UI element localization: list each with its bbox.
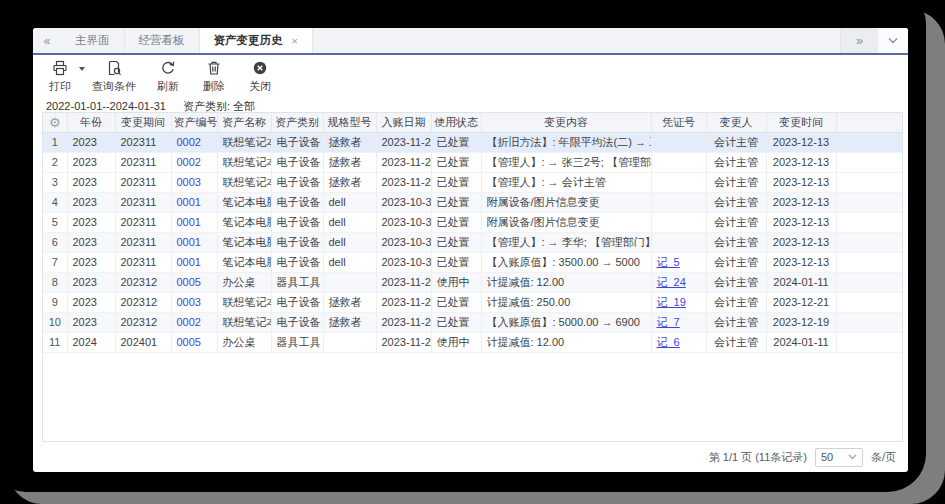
column-header-spec-model[interactable]: 规格型号 <box>323 113 376 132</box>
table-row[interactable]: 920232023120003联想笔记本电子设备拯救者2023-11-23已处置… <box>43 292 903 312</box>
cell-voucher-no <box>651 212 706 232</box>
cell-changed-by: 会计主管 <box>706 332 766 352</box>
column-header-asset-name[interactable]: 资产名称 <box>217 113 271 132</box>
cell-change-period: 202311 <box>115 132 171 152</box>
asset-no-link[interactable]: 0005 <box>177 336 201 348</box>
cell-year: 2023 <box>67 152 115 172</box>
column-header-entry-date[interactable]: 入账日期 <box>376 113 431 132</box>
cell-asset-name: 联想笔记本 <box>217 132 271 152</box>
asset-no-link[interactable]: 0002 <box>177 156 201 168</box>
page-size-select[interactable]: 50 <box>815 448 863 467</box>
cell-asset-no: 0001 <box>171 232 217 252</box>
column-header-year[interactable]: 年份 <box>67 113 115 132</box>
cell-asset-no: 0002 <box>171 312 217 332</box>
cell-change-period: 202311 <box>115 232 171 252</box>
cell-usage-status: 已处置 <box>431 212 481 232</box>
column-header-changed-by[interactable]: 变更人 <box>706 113 766 132</box>
cell-asset-category: 电子设备 <box>271 172 323 192</box>
tab-1[interactable]: 主界面 <box>61 28 125 53</box>
voucher-no-link[interactable]: 记_6 <box>657 336 680 348</box>
table-header-row: ⚙年份变更期间资产编号资产名称资产类别规格型号入账日期使用状态变更内容凭证号变更… <box>43 113 903 132</box>
column-header-change-period[interactable]: 变更期间 <box>115 113 171 132</box>
关闭-button[interactable]: 关闭 <box>246 60 274 94</box>
cell-usage-status: 使用中 <box>431 272 481 292</box>
table-row[interactable]: 220232023110002联想笔记本电子设备拯救者2023-11-23已处置… <box>43 152 903 172</box>
voucher-no-link[interactable]: 记_7 <box>657 316 680 328</box>
asset-no-link[interactable]: 0001 <box>177 216 201 228</box>
刷新-button[interactable]: 刷新 <box>154 60 182 94</box>
column-header-asset-no[interactable]: 资产编号 <box>171 113 217 132</box>
asset-no-link[interactable]: 0003 <box>177 176 201 188</box>
toolbar-button-label: 删除 <box>203 79 225 94</box>
cell-entry-date: 2023-10-31 <box>376 232 431 252</box>
column-header-voucher-no[interactable]: 凭证号 <box>651 113 706 132</box>
trash-icon <box>206 60 222 76</box>
overflow-tabs-icon[interactable]: » <box>840 28 878 53</box>
page-size-unit: 条/页 <box>871 450 896 465</box>
cell-asset-no: 0003 <box>171 172 217 192</box>
cell-change-period: 202311 <box>115 192 171 212</box>
tab-3[interactable]: 资产变更历史× <box>200 28 313 53</box>
row-number: 10 <box>43 312 67 332</box>
cell-change-period: 202312 <box>115 272 171 292</box>
table-row[interactable]: 420232023110001笔记本电脑电子设备dell2023-10-31已处… <box>43 192 903 212</box>
cell-change-content: 计提减值: 250.00 <box>481 292 651 312</box>
collapse-tabs-icon[interactable]: « <box>33 28 61 53</box>
table-row[interactable]: 620232023110001笔记本电脑电子设备dell2023-10-31已处… <box>43 232 903 252</box>
cell-change-time: 2023-12-21 <box>766 292 836 312</box>
table-row[interactable]: 320232023110003联想笔记本电子设备拯救者2023-11-23已处置… <box>43 172 903 192</box>
asset-no-link[interactable]: 0002 <box>177 136 201 148</box>
asset-no-link[interactable]: 0001 <box>177 256 201 268</box>
asset-no-link[interactable]: 0002 <box>177 316 201 328</box>
tab-2[interactable]: 经营看板 <box>125 28 200 53</box>
voucher-no-link[interactable]: 记_19 <box>657 296 686 308</box>
refresh-icon <box>160 60 176 76</box>
asset-no-link[interactable]: 0001 <box>177 236 201 248</box>
table-row[interactable]: 1120242024010005办公桌器具工具2023-11-27使用中计提减值… <box>43 332 903 352</box>
cell-usage-status: 已处置 <box>431 232 481 252</box>
cell-change-content: 【管理人】: → 张三2号; 【管理部门】: → 财务部 <box>481 152 651 172</box>
tab-label: 经营看板 <box>139 33 185 48</box>
cell-changed-by: 会计主管 <box>706 292 766 312</box>
cell-asset-category: 电子设备 <box>271 252 323 272</box>
asset-no-link[interactable]: 0003 <box>177 296 201 308</box>
cell-entry-date: 2023-10-31 <box>376 192 431 212</box>
cell-change-content: 【入账原值】: 3500.00 → 5000 <box>481 252 651 272</box>
column-header-change-content[interactable]: 变更内容 <box>481 113 651 132</box>
print-dropdown-caret-icon[interactable] <box>79 67 85 71</box>
cell-changed-by: 会计主管 <box>706 212 766 232</box>
tab-label: 资产变更历史 <box>214 33 283 48</box>
table-row[interactable]: 820232023120005办公桌器具工具2023-11-27使用中计提减值:… <box>43 272 903 292</box>
chevron-down-icon[interactable] <box>878 28 908 53</box>
toolbar-button-label: 刷新 <box>157 79 179 94</box>
asset-no-link[interactable]: 0005 <box>177 276 201 288</box>
tab-label: 主界面 <box>75 33 110 48</box>
row-number: 7 <box>43 252 67 272</box>
cell-filler <box>836 232 903 252</box>
column-settings-gear-icon[interactable]: ⚙ <box>49 115 61 130</box>
打印-button[interactable]: 打印 <box>46 60 74 94</box>
cell-entry-date: 2023-11-23 <box>376 292 431 312</box>
row-number: 9 <box>43 292 67 312</box>
cell-asset-category: 电子设备 <box>271 212 323 232</box>
printer-icon <box>52 60 68 76</box>
column-header-change-time[interactable]: 变更时间 <box>766 113 836 132</box>
table-row[interactable]: 720232023110001笔记本电脑电子设备dell2023-10-31已处… <box>43 252 903 272</box>
row-number: 11 <box>43 332 67 352</box>
tab-close-icon[interactable]: × <box>292 35 298 47</box>
cell-change-period: 202312 <box>115 292 171 312</box>
asset-no-link[interactable]: 0001 <box>177 196 201 208</box>
cell-voucher-no: 记_5 <box>651 252 706 272</box>
column-header-usage-status[interactable]: 使用状态 <box>431 113 481 132</box>
table-row[interactable]: 120232023110002联想笔记本电子设备拯救者2023-11-23已处置… <box>43 132 903 152</box>
table-row[interactable]: 520232023110001笔记本电脑电子设备dell2023-10-31已处… <box>43 212 903 232</box>
voucher-no-link[interactable]: 记_5 <box>657 256 680 268</box>
cell-year: 2023 <box>67 172 115 192</box>
cell-asset-category: 电子设备 <box>271 232 323 252</box>
table-row[interactable]: 1020232023120002联想笔记本电子设备拯救者2023-11-23已处… <box>43 312 903 332</box>
查询条件-button[interactable]: 查询条件 <box>92 60 136 94</box>
删除-button[interactable]: 删除 <box>200 60 228 94</box>
cell-voucher-no: 记_24 <box>651 272 706 292</box>
voucher-no-link[interactable]: 记_24 <box>657 276 686 288</box>
column-header-asset-category[interactable]: 资产类别 <box>271 113 323 132</box>
